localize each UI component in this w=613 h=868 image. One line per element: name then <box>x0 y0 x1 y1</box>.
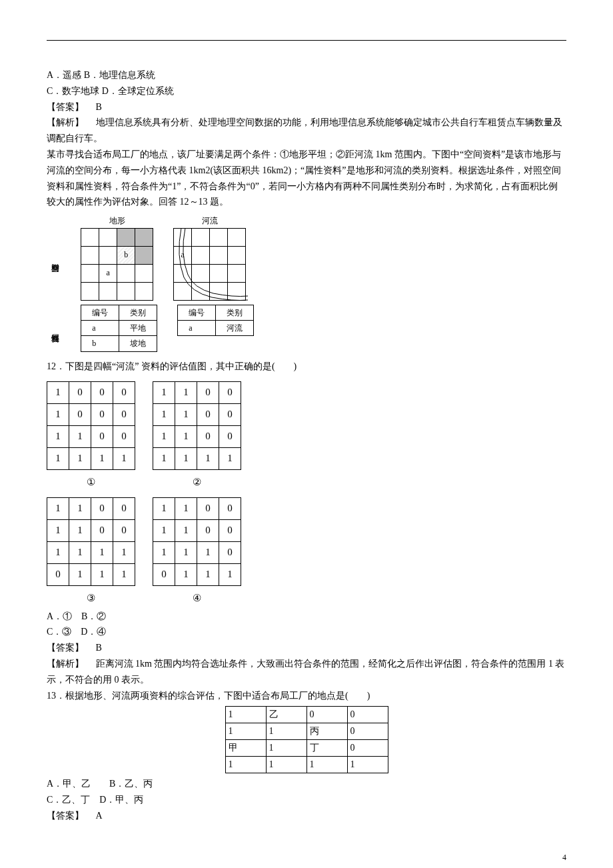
grid-cell: 0 <box>347 707 388 723</box>
grid-cell: 0 <box>113 425 135 447</box>
spatial-data-row: 空间资料 地形 b a 河流 a <box>51 214 566 300</box>
q12-text: 12．下图是四幅“河流” 资料的评估值图，其中正确的是( ) <box>47 359 566 375</box>
grid-cell: 1 <box>225 757 266 773</box>
grid-cell: 0 <box>347 740 388 757</box>
river-a: a <box>174 246 192 264</box>
grid-cell: 1 <box>197 447 219 469</box>
q11-opt-c: C．数字地球 <box>47 86 99 96</box>
q13-options-line1: A．甲、乙 B．乙、丙 <box>47 776 566 792</box>
grid-cell: 1 <box>197 564 219 586</box>
grid-cell: 1 <box>153 520 175 542</box>
grid-cell: 1 <box>175 425 197 447</box>
grid-cell: 0 <box>113 498 135 520</box>
q12-options-line2: C．③ D．④ <box>47 624 566 640</box>
answer-label: 【答案】 <box>47 811 84 821</box>
q13-options-line2: C．乙、丁 D．甲、丙 <box>47 792 566 808</box>
grid-cell: 1 <box>113 564 135 586</box>
grid-cell: 1 <box>69 520 91 542</box>
grid-cell: 1 <box>69 447 91 469</box>
attr-t-10: b <box>81 336 119 351</box>
grid-cell: 1 <box>153 542 175 564</box>
explain-label: 【解析】 <box>47 117 84 127</box>
answer-label: 【答案】 <box>47 102 84 112</box>
attr-t-01: 平地 <box>119 320 157 335</box>
grid-cell: 0 <box>306 707 347 723</box>
grid-cell: 1 <box>175 403 197 425</box>
attr-river-table: 编号类别 a河流 <box>177 305 254 337</box>
grid-cell: 1 <box>266 740 306 757</box>
grid-cell: 1 <box>153 425 175 447</box>
attr-h0: 编号 <box>81 305 119 320</box>
grid-cell: 0 <box>69 403 91 425</box>
grid-cell: 1 <box>153 498 175 520</box>
grid-cell: 0 <box>91 520 113 542</box>
grid-cell: 1 <box>153 381 175 403</box>
grid-cell: 0 <box>197 520 219 542</box>
q12-answer: 【答案】 B <box>47 640 566 656</box>
attribute-row: 属性资料 编号类别 a平地 b坡地 编号类别 a河流 <box>51 305 566 352</box>
page-number: 4 <box>47 851 566 864</box>
q12-options-line1: A．① B．② <box>47 609 566 625</box>
grid-cell: 甲 <box>225 740 266 757</box>
q11-opt-a: A．遥感 <box>47 70 81 80</box>
answer-label: 【答案】 <box>47 643 84 653</box>
grid-cell: 0 <box>91 498 113 520</box>
grid-cell: 丁 <box>306 740 347 757</box>
grid-cell: 1 <box>47 447 69 469</box>
grid-cell: 1 <box>175 520 197 542</box>
passage-text: 某市寻找合适布局工厂的地点，该厂址要满足两个条件：①地形平坦；②距河流 1km … <box>47 147 566 210</box>
terrain-a: a <box>99 264 117 282</box>
grid-cell: 0 <box>197 403 219 425</box>
grid-cell: 1 <box>47 381 69 403</box>
grid-cell: 1 <box>225 723 266 740</box>
q11-answer: 【答案】 B <box>47 99 566 115</box>
grid-cell: 1 <box>113 542 135 564</box>
attr-h1: 类别 <box>119 305 157 320</box>
grid-cell: 1 <box>347 757 388 773</box>
attr-terrain-table: 编号类别 a平地 b坡地 <box>81 305 157 352</box>
grid-cell: 乙 <box>266 707 306 723</box>
grid-cell: 0 <box>91 381 113 403</box>
grid-cell: 1 <box>69 425 91 447</box>
q12-grid-row1: 1000100011001111 ① 1100110011001111 ② <box>47 381 566 491</box>
grid-cell: 0 <box>219 425 241 447</box>
grid-cell: 0 <box>219 381 241 403</box>
attr-r-00: a <box>178 320 216 335</box>
grid-cell: 0 <box>197 381 219 403</box>
q13-answer: 【答案】 A <box>47 808 566 824</box>
grid-cell: 1 <box>91 542 113 564</box>
attr-t-00: a <box>81 320 119 335</box>
q12-grid-4: 1100110011100111 <box>153 497 241 586</box>
grid-cell: 1 <box>91 564 113 586</box>
q11-explanation: 【解析】 地理信息系统具有分析、处理地理空间数据的功能，利用地理信息系统能够确定… <box>47 115 566 147</box>
attr-rh0: 编号 <box>178 305 216 320</box>
q12-label-1: ① <box>87 474 95 491</box>
q11-opt-d: D．全球定位系统 <box>102 86 174 96</box>
q12-grid-3: 1100110011110111 <box>47 497 135 586</box>
explain-label: 【解析】 <box>47 659 84 669</box>
grid-cell: 1 <box>266 757 306 773</box>
q12-explain-text: 距离河流 1km 范围内均符合选址条件，大致画出符合条件的范围，经简化之后作出评… <box>47 659 564 685</box>
grid-cell: 0 <box>113 403 135 425</box>
grid-cell: 1 <box>47 498 69 520</box>
grid-cell: 1 <box>175 381 197 403</box>
grid-cell: 1 <box>266 723 306 740</box>
terrain-b: b <box>117 246 135 264</box>
attr-r-01: 河流 <box>216 320 254 335</box>
grid-cell: 0 <box>347 723 388 740</box>
q12-label-4: ④ <box>193 590 201 607</box>
river-grid: a <box>173 228 246 301</box>
river-caption: 河流 <box>174 214 246 227</box>
grid-cell: 1 <box>91 447 113 469</box>
grid-cell: 1 <box>175 542 197 564</box>
grid-cell: 1 <box>47 542 69 564</box>
q12-grid-row2: 1100110011110111 ③ 1100110011100111 ④ <box>47 497 566 607</box>
grid-cell: 0 <box>219 542 241 564</box>
q11-explain-text: 地理信息系统具有分析、处理地理空间数据的功能，利用地理信息系统能够确定城市公共自… <box>47 117 562 143</box>
q12-label-2: ② <box>193 474 201 491</box>
grid-cell: 1 <box>306 757 347 773</box>
grid-cell: 1 <box>69 542 91 564</box>
q13-answer-value: A <box>96 811 103 821</box>
terrain-column: 地形 b a <box>81 214 153 300</box>
q13-grid: 1乙0011丙0甲1丁01111 <box>225 706 388 773</box>
